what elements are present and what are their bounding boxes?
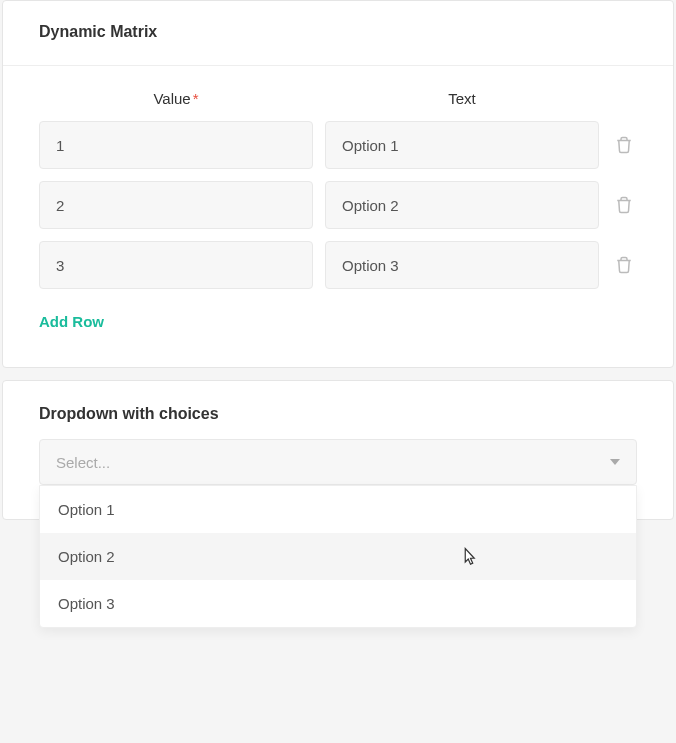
- row-actions: [611, 251, 637, 279]
- add-row-button[interactable]: Add Row: [39, 301, 104, 330]
- dropdown-body: Select... Option 1 Option 2 Option 3: [3, 439, 673, 519]
- text-input[interactable]: [325, 241, 599, 289]
- select-input[interactable]: Select...: [39, 439, 637, 485]
- row-actions: [611, 191, 637, 219]
- text-column-header: Text: [325, 90, 599, 107]
- required-asterisk: *: [193, 90, 199, 107]
- actions-column-spacer: [611, 90, 637, 107]
- dropdown-menu: Option 1 Option 2 Option 3: [39, 485, 637, 628]
- trash-icon: [615, 255, 633, 275]
- dropdown-option-label: Option 2: [58, 548, 115, 565]
- dropdown-title: Dropdown with choices: [3, 381, 673, 439]
- select-placeholder: Select...: [56, 454, 110, 471]
- table-row: [39, 241, 637, 289]
- delete-row-button[interactable]: [611, 251, 637, 279]
- row-actions: [611, 131, 637, 159]
- chevron-down-icon: [610, 459, 620, 465]
- dropdown-option[interactable]: Option 1: [40, 486, 636, 533]
- value-input[interactable]: [39, 181, 313, 229]
- cursor-pointer-icon: [460, 547, 478, 569]
- delete-row-button[interactable]: [611, 131, 637, 159]
- dynamic-matrix-card: Dynamic Matrix Value* Text: [2, 0, 674, 368]
- delete-row-button[interactable]: [611, 191, 637, 219]
- value-column-header: Value*: [39, 90, 313, 107]
- dropdown-option[interactable]: Option 3: [40, 580, 636, 627]
- table-row: [39, 121, 637, 169]
- value-input[interactable]: [39, 241, 313, 289]
- value-header-label: Value: [153, 90, 190, 107]
- card-title: Dynamic Matrix: [3, 1, 673, 66]
- dropdown-card: Dropdown with choices Select... Option 1…: [2, 380, 674, 520]
- text-input[interactable]: [325, 181, 599, 229]
- text-input[interactable]: [325, 121, 599, 169]
- value-input[interactable]: [39, 121, 313, 169]
- dropdown-option[interactable]: Option 2: [40, 533, 636, 580]
- matrix-body: Value* Text: [3, 66, 673, 367]
- matrix-column-headers: Value* Text: [39, 90, 637, 107]
- table-row: [39, 181, 637, 229]
- trash-icon: [615, 195, 633, 215]
- trash-icon: [615, 135, 633, 155]
